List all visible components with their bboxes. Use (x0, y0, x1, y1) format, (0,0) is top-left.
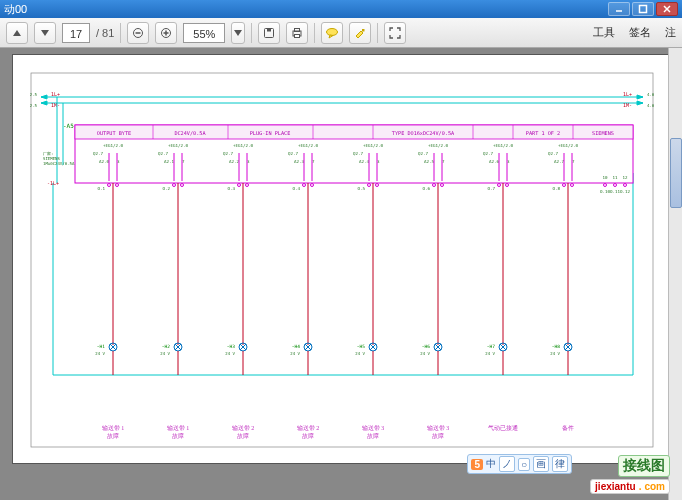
svg-text:A2.5: A2.5 (424, 159, 435, 164)
svg-point-51 (116, 184, 119, 187)
window-titlebar: 动00 (0, 0, 682, 18)
fullscreen-button[interactable] (384, 22, 406, 44)
svg-point-173 (624, 184, 627, 187)
ime-badge: 5 (471, 459, 483, 470)
svg-text:O.1: O.1 (97, 186, 105, 191)
svg-text:O.7: O.7 (487, 186, 495, 191)
svg-marker-26 (637, 95, 643, 99)
zoom-level-input[interactable]: 55% (183, 23, 225, 43)
svg-text:24 V: 24 V (420, 351, 430, 356)
svg-text:24 V: 24 V (485, 351, 495, 356)
svg-point-147 (506, 184, 509, 187)
svg-point-67 (181, 184, 184, 187)
zoom-dropdown-button[interactable] (231, 22, 245, 44)
svg-text:O.5: O.5 (357, 186, 365, 191)
svg-text:+EG1/2.0: +EG1/2.0 (558, 143, 579, 148)
minimize-button[interactable] (608, 2, 630, 16)
svg-marker-18 (329, 35, 333, 38)
svg-text:+EG1/2.0: +EG1/2.0 (298, 143, 319, 148)
svg-text:24 V: 24 V (355, 351, 365, 356)
comment-button[interactable] (321, 22, 343, 44)
svg-marker-4 (13, 30, 21, 36)
svg-text:-H3: -H3 (227, 344, 235, 349)
save-button[interactable] (258, 22, 280, 44)
module-header-cell: PART 1 OF 2 (526, 130, 560, 136)
svg-text:-H6: -H6 (422, 344, 430, 349)
svg-text:A2.3: A2.3 (294, 159, 305, 164)
svg-marker-24 (41, 95, 47, 99)
svg-point-17 (327, 28, 338, 35)
svg-text:-H4: -H4 (292, 344, 300, 349)
maximize-button[interactable] (632, 2, 654, 16)
toolbar-separator (251, 23, 252, 43)
svg-text:24 V: 24 V (160, 351, 170, 356)
svg-marker-25 (41, 101, 47, 105)
watermark-brand: 接线图 (618, 455, 670, 477)
ime-chip[interactable]: ○ (518, 458, 530, 471)
svg-point-82 (238, 184, 241, 187)
svg-text:+EG1/2.0: +EG1/2.0 (363, 143, 384, 148)
page-number-input[interactable]: 17 (62, 23, 90, 43)
annotate-menu[interactable]: 注 (665, 25, 676, 40)
footer-label: 输送带 2故障 (297, 425, 320, 439)
svg-point-131 (441, 184, 444, 187)
svg-point-98 (303, 184, 306, 187)
svg-rect-20 (362, 29, 365, 32)
ime-chip[interactable]: ノ (499, 456, 515, 472)
footer-label: 气动已接通 (488, 424, 518, 431)
svg-text:+EG1/2.0: +EG1/2.0 (168, 143, 189, 148)
svg-text:+EG1/2.0: +EG1/2.0 (233, 143, 254, 148)
svg-text:-H5: -H5 (357, 344, 365, 349)
toolbar-separator (120, 23, 121, 43)
pdf-toolbar: 17 / 81 55% 工具 签名 注 (0, 18, 682, 48)
svg-text:Q2.7: Q2.7 (158, 151, 169, 156)
bus-ref-left-bottom: 2.5 (30, 103, 38, 108)
zoom-out-button[interactable] (127, 22, 149, 44)
ime-chip[interactable]: 画 (533, 456, 549, 472)
module-header-cell: DC24V/0.5A (174, 130, 206, 136)
nav-up-button[interactable] (6, 22, 28, 44)
svg-text:+EG1/2.0: +EG1/2.0 (428, 143, 449, 148)
svg-text:Q2.7: Q2.7 (288, 151, 299, 156)
module-id: -A5 (63, 122, 74, 129)
module-info: 厂家: SIEMENS 1Mx0C24V/0.5A (43, 151, 75, 166)
bus-label-left-bottom: 1M- (51, 102, 60, 108)
svg-text:Q2.7: Q2.7 (223, 151, 234, 156)
vertical-scrollbar[interactable] (668, 48, 682, 500)
ime-chip[interactable]: 律 (552, 456, 568, 472)
svg-text:A2.1: A2.1 (164, 159, 175, 164)
svg-rect-16 (295, 34, 300, 37)
svg-point-130 (433, 184, 436, 187)
pdf-page: 1L+ 1M- 1L+ 1M- 2.5 2.5 4.0 4.0 -1L+ (12, 54, 670, 464)
ime-toolbar[interactable]: 5 中 ノ ○ 画 律 (467, 454, 572, 474)
svg-text:10: 10 (602, 175, 608, 180)
footer-label: 备件 (562, 425, 574, 431)
svg-marker-19 (356, 31, 363, 38)
bus-ref-right-top: 4.0 (647, 92, 655, 97)
watermark-group: 接线图 jiexiantu . com (590, 455, 670, 494)
toolbar-separator (377, 23, 378, 43)
scroll-thumb[interactable] (670, 138, 682, 208)
bus-label-left-top: 1L+ (51, 91, 60, 97)
wiring-diagram: 1L+ 1M- 1L+ 1M- 2.5 2.5 4.0 4.0 -1L+ (13, 55, 670, 464)
svg-text:24 V: 24 V (95, 351, 105, 356)
svg-point-115 (376, 184, 379, 187)
sign-menu[interactable]: 签名 (629, 25, 651, 40)
svg-point-99 (311, 184, 314, 187)
tools-menu[interactable]: 工具 (593, 25, 615, 40)
nav-down-button[interactable] (34, 22, 56, 44)
print-button[interactable] (286, 22, 308, 44)
highlight-button[interactable] (349, 22, 371, 44)
watermark-url: jiexiantu (595, 481, 636, 492)
zoom-in-button[interactable] (155, 22, 177, 44)
svg-text:Q2.7: Q2.7 (93, 151, 104, 156)
svg-text:-H2: -H2 (162, 344, 170, 349)
svg-point-66 (173, 184, 176, 187)
close-button[interactable] (656, 2, 678, 16)
svg-text:24 V: 24 V (225, 351, 235, 356)
svg-point-163 (571, 184, 574, 187)
watermark-logo: jiexiantu . com (590, 479, 670, 494)
document-viewport: 1L+ 1M- 1L+ 1M- 2.5 2.5 4.0 4.0 -1L+ (0, 48, 682, 500)
module-header-cell: TYPE DO16xDC24V/0.5A (392, 130, 455, 136)
svg-text:A2.2: A2.2 (229, 159, 240, 164)
